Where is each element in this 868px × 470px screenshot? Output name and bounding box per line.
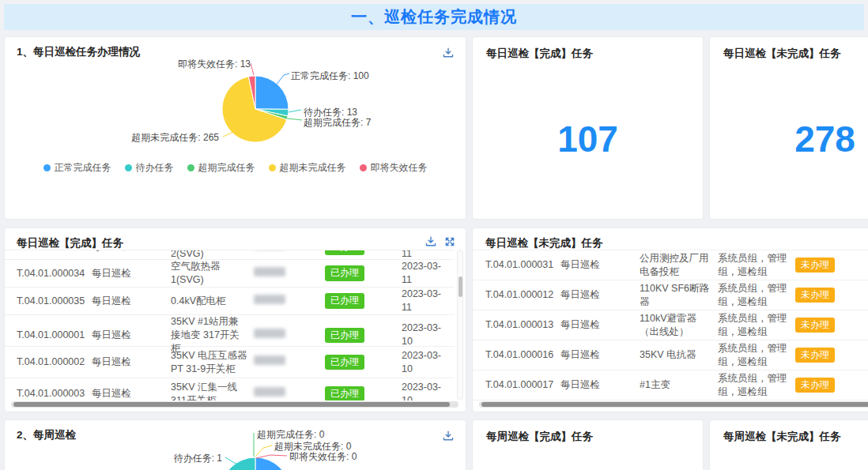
device-name-cell: 35KV 电压互感器 PT 31-9开关柜 — [171, 349, 254, 376]
pie-slice-label: 超期未完成任务: 265 — [131, 131, 219, 145]
page-header: 一、巡检任务完成情况 — [4, 4, 864, 30]
legend-label: 超期完成任务 — [198, 161, 255, 175]
task-type-cell: 每日巡检 — [560, 258, 640, 272]
operator-name-redacted — [254, 329, 285, 338]
legend-item[interactable]: 待办任务 — [125, 161, 174, 175]
groups-cell: 系统员组，管理组，巡检组 — [718, 372, 795, 399]
pie-slice[interactable] — [248, 76, 255, 109]
operator-name-redacted — [254, 387, 285, 397]
download-icon[interactable] — [425, 235, 437, 248]
operator-cell — [254, 355, 325, 369]
label-leader-line — [255, 446, 272, 457]
task-type-cell: 每日巡检 — [560, 288, 640, 302]
pie-slice-label: 正常完成任务: 100 — [291, 70, 369, 83]
stat-title: 每日巡检【未完成】任务 — [723, 47, 841, 61]
legend-label: 待办任务 — [136, 161, 174, 175]
date-cell: 2023-03-11 — [402, 260, 455, 287]
legend-label: 正常完成任务 — [55, 161, 111, 175]
task-id-cell: T.04.01.000013 — [485, 318, 560, 332]
task-type-cell: 每日巡检 — [92, 250, 171, 254]
table-row[interactable]: T.04.01.000017每日巡检#1主变系统员组，管理组，巡检组未办理 — [473, 370, 868, 400]
table-row[interactable]: T.04.01.000012每日巡检110KV SF6断路器系统员组，管理组，巡… — [473, 280, 868, 310]
status-badge: 已办理 — [325, 386, 364, 400]
device-name-cell: 35KV 电抗器 — [640, 348, 718, 362]
panel-title: 2、每周巡检 — [17, 428, 76, 442]
scrollbar-thumb[interactable] — [459, 276, 462, 297]
legend-item[interactable]: 即将失效任务 — [360, 161, 428, 175]
status-cell: 已办理 — [325, 328, 402, 344]
table-row[interactable]: T.04.01.000016每日巡检35KV 电抗器系统员组，管理组，巡检组未办… — [473, 340, 868, 370]
vertical-scrollbar[interactable] — [457, 250, 463, 400]
download-icon[interactable] — [442, 430, 455, 442]
groups-cell: 系统员组，管理组，巡检组 — [718, 252, 795, 279]
pie-slice[interactable] — [255, 76, 289, 109]
label-leader-line — [223, 132, 233, 137]
horizontal-scrollbar[interactable] — [11, 401, 459, 408]
device-name-cell: #1主变 — [640, 378, 718, 392]
scrollbar-thumb[interactable] — [481, 402, 868, 407]
device-name-cell: 110KV SF6断路器 — [640, 282, 718, 309]
table-row[interactable]: T.04.01.000034每日巡检空气散热器1(SVG)已办理2023-03-… — [5, 260, 455, 288]
status-cell: 已办理 — [325, 265, 402, 281]
dashboard-page: { "page": { "title": "一、巡检任务完成情况" }, "co… — [0, 0, 868, 470]
legend-dot-icon — [269, 164, 276, 171]
status-badge: 未办理 — [795, 378, 835, 393]
status-cell: 未办理 — [795, 288, 868, 303]
panel-daily-inspection-overview: 1、每日巡检任务办理情况 即将失效任务: 13正常完成任务: 100待办任务: … — [4, 36, 466, 220]
task-id-cell: T.04.01.000016 — [485, 348, 560, 362]
page-title: 一、巡检任务完成情况 — [351, 6, 517, 28]
status-badge: 未办理 — [795, 348, 835, 363]
horizontal-scrollbar[interactable] — [479, 401, 868, 408]
scrollbar-thumb[interactable] — [13, 402, 450, 407]
operator-cell — [254, 295, 325, 308]
date-cell: 2023-03-10 — [402, 381, 455, 400]
table-row[interactable]: T.04.01.000013每日巡检110kV避雷器（出线处）系统员组，管理组，… — [473, 310, 868, 340]
expand-icon[interactable] — [443, 235, 456, 248]
pie-slice[interactable] — [222, 77, 287, 142]
legend-dot-icon — [360, 164, 367, 171]
download-icon[interactable] — [442, 47, 455, 59]
status-cell: 未办理 — [795, 318, 868, 333]
legend-label: 即将失效任务 — [371, 161, 428, 175]
stat-title: 每周巡检【完成】任务 — [486, 430, 593, 444]
task-id-cell: T.04.01.000017 — [485, 378, 560, 392]
task-type-cell: 每日巡检 — [92, 295, 171, 308]
operator-cell — [254, 387, 325, 400]
table-row[interactable]: T.04.01.000033每日巡检空气散热器2(SVG)已办理2023-03-… — [5, 250, 455, 260]
table-row[interactable]: T.04.01.000003每日巡检35KV 汇集一线 311开关柜已办理202… — [5, 378, 455, 400]
panel-weekly-inspection-overview: 2、每周巡检 超期完成任务: 0超期未完成任务: 0即将失效任务: 0待办任务:… — [4, 419, 466, 470]
legend-item[interactable]: 超期完成任务 — [187, 161, 255, 175]
stat-value: 107 — [473, 118, 703, 160]
legend-item[interactable]: 正常完成任务 — [43, 161, 111, 175]
device-name-cell: 0.4kV配电柜 — [171, 295, 254, 308]
operator-name-redacted — [254, 267, 285, 276]
pie-slice-label: 超期完成任务: 7 — [304, 116, 371, 130]
pie-slice[interactable] — [255, 109, 288, 119]
groups-cell: 系统员组，管理组，巡检组 — [718, 312, 795, 339]
label-leader-line — [289, 110, 301, 112]
pie-slice[interactable] — [221, 457, 255, 470]
status-cell: 已办理 — [325, 293, 402, 309]
legend-dot-icon — [187, 164, 194, 171]
pie-slice[interactable] — [255, 109, 289, 116]
panel-weekly-done-stat: 每周巡检【完成】任务 — [472, 419, 704, 470]
status-badge: 已办理 — [325, 250, 364, 255]
table-row[interactable]: T.04.01.000002每日巡检35KV 电压互感器 PT 31-9开关柜已… — [5, 347, 455, 378]
task-type-cell: 每日巡检 — [560, 318, 640, 332]
status-badge: 未办理 — [795, 318, 835, 333]
legend-label: 超期未完成任务 — [280, 161, 346, 175]
table-row[interactable]: T.04.01.000035每日巡检0.4kV配电柜已办理2023-03-11 — [5, 288, 455, 315]
daily-undone-task-list: T.04.01.000031每日巡检公用测控及厂用电备投柜系统员组，管理组，巡检… — [473, 250, 868, 400]
panel-daily-done-stat: 每日巡检【完成】任务 107 — [472, 36, 704, 220]
panel-daily-undone-stat: 每日巡检【未完成】任务 278 — [709, 36, 868, 220]
legend-item[interactable]: 超期未完成任务 — [269, 161, 346, 175]
chart-legend: 正常完成任务待办任务超期完成任务超期未完成任务即将失效任务 — [5, 161, 466, 175]
task-id-cell: T.04.01.000002 — [17, 355, 92, 369]
table-row[interactable]: T.04.01.000031每日巡检公用测控及厂用电备投柜系统员组，管理组，巡检… — [473, 250, 868, 280]
date-cell: 2023-03-11 — [402, 250, 455, 261]
panel-title: 每日巡检【未完成】任务 — [485, 236, 603, 250]
table-row[interactable]: T.04.01.000001每日巡检35KV #1站用兼接地变 317开关柜已办… — [5, 315, 455, 347]
status-badge: 未办理 — [795, 258, 835, 273]
task-type-cell: 每日巡检 — [560, 348, 640, 362]
pie-slice[interactable] — [255, 457, 290, 470]
